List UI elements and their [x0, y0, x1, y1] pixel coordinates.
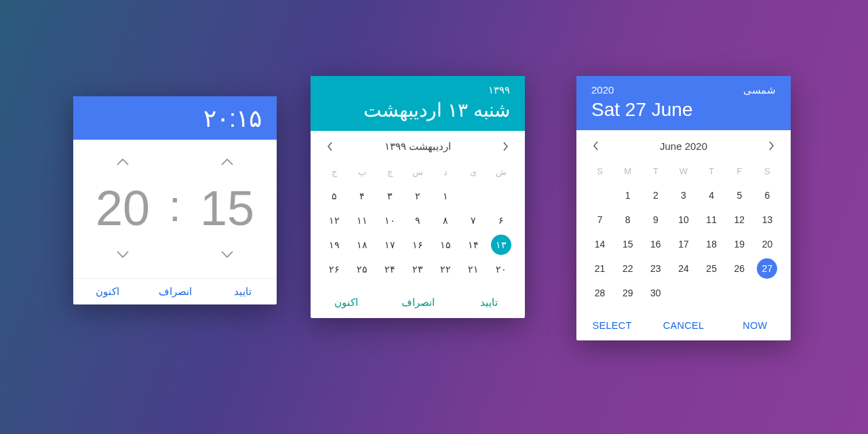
day-cell[interactable]: ۷	[460, 208, 488, 233]
english-year: 2020	[591, 84, 614, 96]
day-cell[interactable]: ۱۶	[403, 233, 431, 257]
day-cell[interactable]: 20	[753, 232, 781, 256]
day-cell[interactable]: ۲	[403, 184, 431, 208]
day-cell[interactable]: ۱۴	[460, 233, 488, 257]
day-cell[interactable]: 7	[586, 208, 614, 232]
weekday-label: M	[614, 159, 642, 183]
persian-calendar-header: ۱۳۹۹ شنبه ۱۳ اردیبهشت	[311, 76, 525, 131]
hour-up-button[interactable]	[113, 155, 133, 170]
persian-date-title: شنبه ۱۳ اردیبهشت	[326, 99, 510, 121]
now-button[interactable]: اکنون	[311, 296, 382, 309]
day-cell[interactable]: ۳	[376, 184, 403, 208]
day-cell[interactable]: ۲۳	[403, 257, 431, 281]
day-cell[interactable]: 23	[642, 256, 669, 281]
weekday-label: س	[403, 159, 431, 184]
day-cell[interactable]: 27	[753, 256, 781, 281]
time-separator: :	[150, 181, 200, 235]
empty-cell	[669, 281, 697, 305]
day-cell[interactable]: 13	[753, 208, 781, 232]
hour-down-button[interactable]	[113, 247, 133, 262]
minute-up-button[interactable]	[217, 155, 237, 170]
day-cell[interactable]: 9	[642, 208, 669, 232]
day-cell[interactable]: 14	[586, 232, 614, 256]
empty-cell	[460, 184, 488, 208]
day-cell[interactable]: 18	[698, 232, 726, 256]
day-cell[interactable]: 19	[726, 232, 753, 256]
day-cell[interactable]: 10	[669, 208, 697, 232]
day-cell[interactable]: 8	[614, 208, 642, 232]
persian-calendar-footer: تایید انصراف اکنون	[311, 288, 525, 318]
day-cell[interactable]: ۲۵	[348, 257, 376, 281]
select-button[interactable]: تایید	[454, 296, 525, 309]
select-button[interactable]: تایید	[209, 285, 277, 298]
time-picker: ۲۰:۱۵ 20 : 15 تایید انصراف اکنون	[73, 96, 277, 304]
prev-month-button[interactable]	[324, 140, 336, 153]
day-cell[interactable]: 22	[614, 256, 642, 281]
day-cell[interactable]: ۲۶	[320, 257, 348, 281]
day-cell[interactable]: 21	[586, 256, 614, 281]
day-cell[interactable]: ۱۰	[376, 208, 403, 233]
day-cell[interactable]: 3	[669, 183, 697, 208]
day-cell[interactable]: ۵	[320, 184, 348, 208]
cancel-button[interactable]: انصراف	[141, 285, 209, 298]
next-month-button[interactable]	[499, 140, 511, 153]
day-cell[interactable]: 30	[642, 281, 669, 305]
now-button[interactable]: اکنون	[73, 285, 141, 298]
day-cell[interactable]: 28	[586, 281, 614, 305]
hour-value: 20	[96, 179, 150, 237]
empty-cell	[586, 183, 614, 208]
day-cell[interactable]: 11	[698, 208, 726, 232]
day-cell[interactable]: ۲۲	[432, 257, 460, 281]
day-cell[interactable]: ۶	[488, 208, 515, 233]
day-cell[interactable]: ۱۷	[376, 233, 403, 257]
day-cell[interactable]: ۲۰	[488, 257, 515, 281]
weekday-label: S	[586, 159, 614, 183]
day-cell[interactable]: ۲۴	[376, 257, 403, 281]
weekday-label: F	[726, 159, 753, 183]
select-button[interactable]: SELECT	[576, 320, 648, 331]
locale-switch-button[interactable]: شمسی	[743, 84, 776, 96]
english-month-label[interactable]: June 2020	[660, 140, 707, 152]
day-cell[interactable]: 29	[614, 281, 642, 305]
cancel-button[interactable]: CANCEL	[648, 320, 719, 331]
day-cell[interactable]: 2	[642, 183, 669, 208]
day-cell[interactable]: 25	[698, 256, 726, 281]
day-cell[interactable]: 12	[726, 208, 753, 232]
day-cell[interactable]: 24	[669, 256, 697, 281]
day-cell[interactable]: 1	[614, 183, 642, 208]
day-cell[interactable]: ۲۱	[460, 257, 488, 281]
day-cell[interactable]: ۱۵	[432, 233, 460, 257]
weekday-label: T	[642, 159, 669, 183]
day-cell[interactable]: ۱۲	[320, 208, 348, 233]
day-cell[interactable]: 4	[698, 183, 726, 208]
day-cell[interactable]: 26	[726, 256, 753, 281]
weekday-label: ی	[460, 159, 488, 184]
english-calendar-grid: SMTWTFS123456789101112131415161718192021…	[576, 156, 791, 312]
now-button[interactable]: NOW	[719, 320, 791, 331]
day-cell[interactable]: 6	[753, 183, 781, 208]
day-cell[interactable]: ۱۸	[348, 233, 376, 257]
day-cell[interactable]: ۱	[432, 184, 460, 208]
day-cell[interactable]: ۱۱	[348, 208, 376, 233]
weekday-label: S	[753, 159, 781, 183]
day-cell[interactable]: 16	[642, 232, 669, 256]
day-cell[interactable]: ۴	[348, 184, 376, 208]
day-cell[interactable]: 15	[614, 232, 642, 256]
weekday-label: د	[432, 159, 460, 184]
day-cell[interactable]: 5	[726, 183, 753, 208]
minute-down-button[interactable]	[217, 247, 237, 262]
day-cell[interactable]: ۱۹	[320, 233, 348, 257]
empty-cell	[488, 184, 515, 208]
day-cell[interactable]: ۹	[403, 208, 431, 233]
cancel-button[interactable]: انصراف	[382, 296, 453, 309]
prev-month-button[interactable]	[590, 140, 602, 152]
day-cell[interactable]: 17	[669, 232, 697, 256]
empty-cell	[698, 281, 726, 305]
next-month-button[interactable]	[765, 140, 777, 152]
day-cell[interactable]: ۱۳	[488, 233, 515, 257]
weekday-label: چ	[376, 159, 403, 184]
persian-month-label[interactable]: اردیبهشت ۱۳۹۹	[384, 140, 451, 153]
day-cell[interactable]: ۸	[432, 208, 460, 233]
time-picker-footer: تایید انصراف اکنون	[73, 278, 277, 304]
english-date-title: Sat 27 June	[591, 99, 776, 121]
